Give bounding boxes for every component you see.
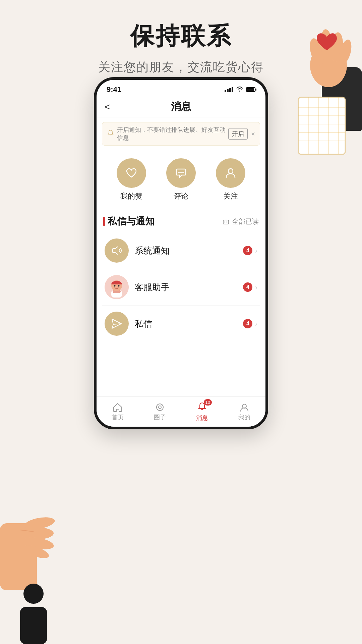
heart-icon xyxy=(125,166,138,180)
message-list: 系统通知 4 › xyxy=(97,232,265,342)
customer-service-avatar xyxy=(105,275,129,299)
comment-label: 评论 xyxy=(174,191,188,201)
system-notification-badge-wrap: 4 › xyxy=(243,246,257,255)
notification-text: 开启通知，不要错过排队进展、好友互动信息 xyxy=(117,126,228,142)
tab-bar: 首页 圈子 10 消息 xyxy=(97,396,265,427)
phone-mockup: 9:41 xyxy=(94,77,268,429)
like-action[interactable]: 我的赞 xyxy=(117,158,146,201)
mark-all-read-button[interactable]: 全部已读 xyxy=(222,217,259,226)
private-message-badge: 4 xyxy=(243,319,252,328)
tab-message-label: 消息 xyxy=(196,414,208,422)
svg-point-41 xyxy=(157,404,163,411)
like-label: 我的赞 xyxy=(120,191,142,201)
tab-profile-label: 我的 xyxy=(238,413,250,421)
deco-notebook xyxy=(292,94,352,161)
quick-actions: 我的赞 评论 xyxy=(97,150,265,208)
tab-circle[interactable]: 圈子 xyxy=(154,402,166,421)
tab-home-label: 首页 xyxy=(112,413,124,421)
system-notification-avatar xyxy=(105,238,129,263)
home-icon xyxy=(113,402,123,412)
enable-notification-button[interactable]: 开启 xyxy=(228,128,248,140)
close-notification-button[interactable]: × xyxy=(251,130,255,138)
svg-point-17 xyxy=(20,527,54,539)
svg-point-38 xyxy=(114,285,116,287)
system-notification-badge: 4 xyxy=(243,246,252,255)
signal-icon xyxy=(225,87,233,92)
tab-profile[interactable]: 我的 xyxy=(238,402,250,421)
page-subtitle: 关注您的朋友，交流吃货心得 xyxy=(0,59,362,75)
notification-banner: 开启通知，不要错过排队进展、好友互动信息 开启 × xyxy=(102,122,260,146)
tab-message[interactable]: 10 消息 xyxy=(196,402,208,422)
status-time: 9:41 xyxy=(107,85,121,94)
svg-point-42 xyxy=(159,406,161,409)
svg-point-39 xyxy=(118,285,120,287)
customer-service-badge: 4 xyxy=(243,282,252,292)
follow-circle xyxy=(216,158,245,188)
section-header: 私信与通知 全部已读 xyxy=(97,208,265,232)
circle-icon xyxy=(155,402,165,412)
private-message-name: 私信 xyxy=(135,318,243,330)
svg-point-27 xyxy=(182,172,184,173)
private-message-item[interactable]: 私信 4 › xyxy=(102,306,260,342)
chat-icon xyxy=(174,166,188,180)
svg-rect-24 xyxy=(20,607,47,644)
send-icon xyxy=(111,318,123,330)
svg-point-26 xyxy=(180,172,182,173)
svg-point-28 xyxy=(228,169,233,173)
profile-icon xyxy=(239,402,249,412)
private-message-avatar xyxy=(105,312,129,336)
deco-hand-bottom-left xyxy=(0,490,74,590)
chevron-icon: › xyxy=(255,320,257,328)
section-title: 私信与通知 xyxy=(103,215,155,228)
status-icons xyxy=(225,86,255,93)
system-notification-name: 系统通知 xyxy=(135,245,243,257)
battery-icon xyxy=(246,87,255,92)
back-button[interactable]: < xyxy=(105,102,118,112)
deco-person-bottom xyxy=(7,577,60,644)
private-message-badge-wrap: 4 › xyxy=(243,319,257,328)
speaker-icon xyxy=(111,245,123,257)
like-circle xyxy=(117,158,146,188)
status-bar: 9:41 xyxy=(97,80,265,97)
svg-rect-29 xyxy=(223,220,229,224)
svg-rect-6 xyxy=(298,97,345,154)
red-bar xyxy=(103,217,105,226)
page-header: 保持联系 关注您的朋友，交流吃货心得 xyxy=(0,0,362,75)
svg-point-25 xyxy=(178,172,180,173)
chevron-icon: › xyxy=(255,247,257,255)
phone-frame: 9:41 xyxy=(94,77,268,429)
page-title: 保持联系 xyxy=(0,20,362,52)
follow-action[interactable]: 关注 xyxy=(216,158,245,201)
comment-circle xyxy=(166,158,196,188)
bell-icon xyxy=(107,129,114,139)
customer-service-badge-wrap: 4 › xyxy=(243,282,257,292)
system-notification-item[interactable]: 系统通知 4 › xyxy=(102,232,260,269)
nav-bar: < 消息 xyxy=(97,97,265,117)
nav-title: 消息 xyxy=(118,100,244,114)
tab-home[interactable]: 首页 xyxy=(112,402,124,421)
comment-action[interactable]: 评论 xyxy=(166,158,196,201)
chevron-icon: › xyxy=(255,283,257,291)
follow-label: 关注 xyxy=(223,191,238,201)
trash-icon xyxy=(222,218,230,225)
customer-service-name: 客服助手 xyxy=(135,281,243,293)
wifi-icon xyxy=(236,86,243,93)
tab-circle-label: 圈子 xyxy=(154,413,166,421)
person-icon xyxy=(224,166,237,180)
tab-message-badge: 10 xyxy=(204,399,212,406)
customer-service-item[interactable]: 客服助手 4 › xyxy=(102,269,260,306)
svg-point-23 xyxy=(23,584,44,604)
service-char-icon xyxy=(105,275,129,299)
